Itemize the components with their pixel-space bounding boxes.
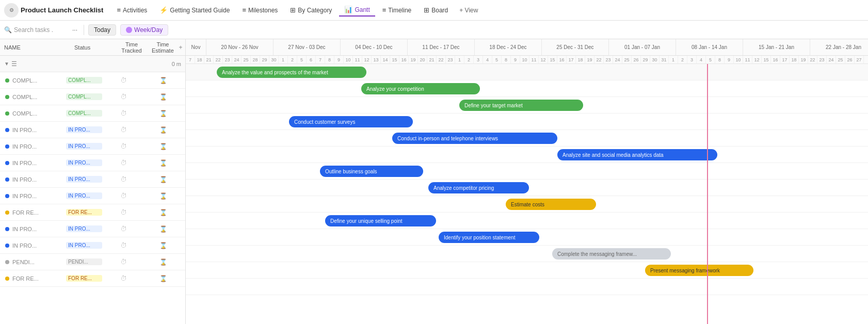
task-name: COMPL... (12, 77, 64, 84)
task-row: IN PRO... IN PRO... ⏱ ⌛ (0, 138, 185, 155)
dots-button[interactable]: ··· (70, 25, 79, 35)
column-headers: NAME Status Time Tracked Time Estimate + (0, 39, 185, 56)
day-cell: 12 (539, 56, 548, 64)
tab-activities[interactable]: ≡ Activities (111, 4, 152, 16)
gantt-bar-10[interactable]: Identify your position statement (439, 232, 539, 243)
task-clock-icon: ⏱ (105, 225, 141, 233)
gantt-bar-5[interactable]: Analyze site and social media analytics … (557, 149, 717, 160)
day-cell: 9 (334, 56, 344, 64)
day-cell: 21 (204, 56, 214, 64)
task-group: ▼ ☰ 0 m (0, 56, 185, 72)
task-row: COMPL... COMPL... ⏱ ⌛ (0, 105, 185, 122)
task-dot (5, 244, 9, 248)
day-cell: 26 (632, 56, 641, 64)
day-cell: 23 (604, 56, 613, 64)
tab-board[interactable]: ⊞ Board (419, 4, 453, 16)
gantt-bar-4[interactable]: Conduct in-person and telephone intervie… (392, 133, 557, 144)
day-cell: 31 (660, 56, 669, 64)
task-name: IN PRO... (12, 160, 64, 166)
task-status: IN PRO... (64, 159, 105, 166)
day-cell: 29 (641, 56, 650, 64)
day-cell: 17 (780, 56, 790, 64)
task-status: IN PRO... (64, 126, 105, 133)
day-cell: 9 (511, 56, 520, 64)
group-list-icon: ☰ (11, 60, 17, 68)
task-status: IN PRO... (64, 242, 105, 249)
day-cell: 11 (529, 56, 539, 64)
day-cell: 3 (474, 56, 483, 64)
task-dot (5, 210, 9, 215)
col-add-button[interactable]: + (176, 44, 185, 51)
gantt-bar-2[interactable]: Define your target market (459, 100, 583, 111)
task-dot (5, 177, 9, 182)
day-cell: 14 (381, 56, 390, 64)
task-clock-icon: ⏱ (105, 159, 141, 167)
day-cell: 8 (715, 56, 725, 64)
date-range-cell: Nov (186, 39, 206, 55)
day-cell: 22 (594, 56, 604, 64)
gantt-row (186, 114, 868, 130)
gantt-bar-8[interactable]: Estimate costs (506, 199, 596, 210)
top-bar: ⚙ Product Launch Checklist ≡ Activities … (0, 0, 868, 21)
task-row: COMPL... COMPL... ⏱ ⌛ (0, 89, 185, 105)
day-cell: 4 (483, 56, 492, 64)
search-box[interactable]: 🔍 Search tasks . (4, 26, 66, 34)
day-cell: 15 (390, 56, 399, 64)
tab-timeline[interactable]: ≡ Timeline (377, 4, 417, 16)
task-name: IN PRO... (12, 143, 64, 150)
task-row: IN PRO... IN PRO... ⏱ ⌛ (0, 221, 185, 237)
day-cell: 19 (409, 56, 418, 64)
week-day-button[interactable]: Week/Day (120, 24, 168, 36)
task-clock-icon: ⏱ (105, 142, 141, 150)
day-cell: 6 (307, 56, 316, 64)
gantt-subheader: 7182122232425282930125678910111213141516… (186, 56, 868, 64)
tab-gantt[interactable]: 📊 Gantt (339, 4, 375, 17)
day-cell: 22 (808, 56, 817, 64)
gantt-bar-11[interactable]: Complete the messaging framew... (552, 248, 671, 260)
tab-by-category[interactable]: ⊞ By Category (285, 4, 337, 16)
date-range-cell: 18 Dec - 24 Dec (475, 39, 542, 55)
gantt-bar-7[interactable]: Analyze competitor pricing (428, 182, 529, 193)
task-hourglass-icon: ⌛ (141, 159, 185, 167)
task-name: IN PRO... (12, 127, 64, 133)
milestones-icon: ≡ (242, 6, 246, 14)
gantt-bar-0[interactable]: Analyze the value and prospects of the m… (217, 67, 366, 78)
day-cell: 8 (325, 56, 334, 64)
day-cell: 19 (799, 56, 808, 64)
task-dot (5, 111, 9, 116)
gantt-bar-9[interactable]: Define your unique selling point (325, 215, 436, 226)
task-clock-icon: ⏱ (105, 76, 141, 84)
add-view-button[interactable]: + View (455, 5, 482, 16)
task-row: IN PRO... IN PRO... ⏱ ⌛ (0, 122, 185, 138)
day-cell: 25 (242, 56, 251, 64)
day-cell: 1 (279, 56, 288, 64)
task-clock-icon: ⏱ (105, 241, 141, 249)
date-range-cell: 11 Dec - 17 Dec (408, 39, 475, 55)
main-content: NAME Status Time Tracked Time Estimate +… (0, 39, 868, 324)
gantt-bar-1[interactable]: Analyze your competition (361, 83, 480, 94)
toolbar-divider (84, 25, 84, 35)
task-hourglass-icon: ⌛ (141, 275, 185, 282)
day-cell: 17 (567, 56, 576, 64)
day-cell: 23 (223, 56, 232, 64)
day-cell: 28 (251, 56, 260, 64)
gantt-bar-12[interactable]: Present messaging framework (645, 265, 753, 276)
task-clock-icon: ⏱ (105, 192, 141, 200)
tab-milestones[interactable]: ≡ Milestones (237, 4, 283, 16)
gantt-bar-6[interactable]: Outline business goals (320, 166, 423, 177)
today-button[interactable]: Today (88, 24, 116, 36)
task-clock-icon: ⏱ (105, 274, 141, 282)
day-cell: 2 (464, 56, 474, 64)
day-cell: 25 (836, 56, 845, 64)
day-cell: 29 (260, 56, 269, 64)
toolbar: 🔍 Search tasks . ··· Today Week/Day (0, 21, 868, 39)
board-icon: ⊞ (424, 6, 429, 14)
day-cell: 12 (752, 56, 762, 64)
day-cell: 24 (613, 56, 622, 64)
task-hourglass-icon: ⌛ (141, 258, 185, 266)
gantt-bar-3[interactable]: Conduct customer surveys (289, 116, 413, 127)
week-day-icon (126, 27, 132, 33)
task-name: IN PRO... (12, 242, 64, 249)
gantt-row (186, 279, 868, 295)
tab-getting-started[interactable]: ⚡ Getting Started Guide (154, 4, 235, 16)
